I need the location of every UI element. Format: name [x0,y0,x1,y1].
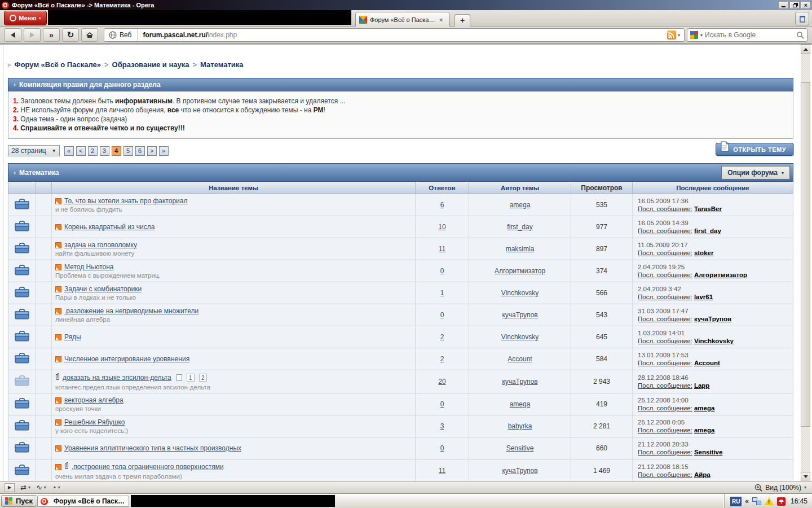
language-indicator[interactable]: RU [730,497,742,506]
topic-page-link[interactable]: 1 [187,374,195,382]
address-mode-dropdown[interactable]: Веб [104,29,138,41]
last-post-user-link[interactable]: first_day [694,227,721,234]
author-link[interactable]: Vinchkovsky [501,289,539,297]
breadcrumb-link-section[interactable]: Образование и наука [112,60,189,69]
last-post-user-link[interactable]: Account [694,360,720,366]
tab-close-icon[interactable]: × [439,16,443,23]
pages-select[interactable]: 28 страниц ▼ [8,145,60,156]
new-posts-icon[interactable] [55,224,61,230]
opera-menu-button[interactable]: Меню ▾ [4,11,47,25]
new-posts-icon[interactable] [55,445,61,452]
last-post-link[interactable]: Посл. сообщение: [638,227,692,234]
search-input[interactable] [705,31,794,39]
page-button[interactable]: 2 [88,146,98,156]
new-posts-icon[interactable] [55,198,61,204]
topic-title-link[interactable]: Уравнения эллиптического типа в частных … [64,444,241,452]
last-post-user-link[interactable]: TarasBer [694,205,722,212]
close-button[interactable]: × [801,1,811,9]
url-field[interactable]: Веб forum.pascal.net.ru/index.php ▾ [104,28,685,42]
replies-link[interactable]: 2 [440,333,444,341]
opera-link-button[interactable]: ∿ ▾ [36,483,46,492]
sync-button[interactable]: ⇄ ▾ [20,483,30,492]
page-button[interactable]: « [64,146,74,156]
replies-link[interactable]: 6 [440,201,444,209]
last-post-user-link[interactable]: stoker [694,249,714,256]
author-link[interactable]: кучаТрупов [502,467,537,475]
new-posts-icon[interactable] [55,464,61,470]
author-link[interactable]: babyrka [508,422,532,430]
page-button[interactable]: 6 [135,146,145,156]
last-post-link[interactable]: Посл. сообщение: [638,405,692,411]
last-post-link[interactable]: Посл. сообщение: [638,316,692,322]
taskbar-task-opera[interactable]: O Форум «Всё о Паска... [37,496,129,507]
last-post-user-link[interactable]: Sensitive [694,449,723,456]
topic-title-link[interactable]: Численное интегрирование уроввнения [64,355,189,363]
topic-title-link[interactable]: Метод Ньютона [64,263,114,271]
author-link[interactable]: Алгоритмизатор [495,267,545,275]
author-link[interactable]: amega [510,201,531,209]
last-post-user-link[interactable]: amega [694,405,714,411]
last-post-user-link[interactable]: Алгоритмизатор [694,271,747,278]
page-button[interactable]: 4 [112,146,121,156]
last-post-link[interactable]: Посл. сообщение: [638,249,692,256]
last-post-link[interactable]: Посл. сообщение: [638,471,692,478]
replies-link[interactable]: 1 [440,289,444,297]
last-post-link[interactable]: Посл. сообщение: [638,360,692,366]
replies-link[interactable]: 20 [438,378,445,386]
fast-forward-button[interactable]: » [43,28,60,42]
new-posts-icon[interactable] [55,334,61,340]
topic-title-link[interactable]: Задачи с комбинаторики [64,285,142,293]
last-post-user-link[interactable]: Айра [694,471,710,478]
replies-link[interactable]: 2 [440,355,444,363]
new-posts-icon[interactable] [55,308,61,314]
author-link[interactable]: Account [508,355,532,363]
warning-icon[interactable]: ! [765,497,774,505]
panels-toggle-button[interactable]: ▶ [5,483,15,492]
topic-title-link[interactable]: доказать на языке эпсилон-дельта [63,374,171,382]
topic-title-link[interactable]: Решебник Рябушко [64,418,125,426]
author-link[interactable]: first_day [507,223,532,231]
topic-title-link[interactable]: .разложение на неприводимые множители [64,307,198,315]
new-posts-icon[interactable] [55,356,61,362]
restore-button[interactable] [789,1,800,9]
scrollbar-up-button[interactable] [801,45,810,54]
zoom-control[interactable]: Вид (100%) ▾ [754,484,806,492]
page-scrollbar[interactable] [801,45,810,481]
closed-tabs-button[interactable] [795,12,809,25]
topic-title-link[interactable]: векторная алгебра [64,396,123,404]
new-posts-icon[interactable] [55,242,61,248]
new-tab-button[interactable]: + [454,14,470,27]
last-post-user-link[interactable]: amega [694,427,714,433]
author-link[interactable]: amega [510,400,531,408]
tray-expand-icon[interactable]: « [745,497,749,505]
page-button[interactable]: 3 [100,146,109,156]
replies-link[interactable]: 0 [440,267,444,275]
topic-title-link[interactable]: .построение тела ограниченного поверхнос… [72,463,224,471]
last-post-link[interactable]: Посл. сообщение: [638,294,692,300]
page-button[interactable]: » [159,146,169,156]
last-post-user-link[interactable]: кучаТрупов [694,316,731,322]
replies-link[interactable]: 0 [440,400,444,408]
replies-link[interactable]: 3 [440,422,444,430]
topic-title-link[interactable]: Ряды [64,333,81,341]
author-link[interactable]: кучаТрупов [502,311,537,319]
last-post-user-link[interactable]: lavr61 [694,294,713,300]
search-field[interactable]: ▾ [687,28,807,42]
author-link[interactable]: Sensitive [506,444,534,452]
rss-dropdown[interactable]: ▾ [667,30,684,40]
back-button[interactable] [5,28,21,42]
new-posts-icon[interactable] [55,264,61,270]
last-post-user-link[interactable]: Lapp [694,382,709,389]
forward-button[interactable] [24,28,41,42]
author-link[interactable]: maksimla [506,245,535,253]
author-link[interactable]: Vinchkovsky [501,333,539,341]
topic-title-link[interactable]: То, что вы хотели знать про факториал [64,197,187,205]
last-post-link[interactable]: Посл. сообщение: [638,449,692,456]
forum-options-button[interactable]: Опции форума ▾ [721,166,790,179]
network-icon[interactable] [752,497,761,505]
reload-button[interactable]: ↻ [62,28,79,42]
topic-title-link[interactable]: Корень квадратный из числа [64,223,155,231]
breadcrumb-link-current[interactable]: Математика [200,60,243,69]
topic-page-link[interactable]: 2 [199,374,207,382]
browser-tab[interactable]: Форум «Всё о Паскале»... × [355,12,450,27]
